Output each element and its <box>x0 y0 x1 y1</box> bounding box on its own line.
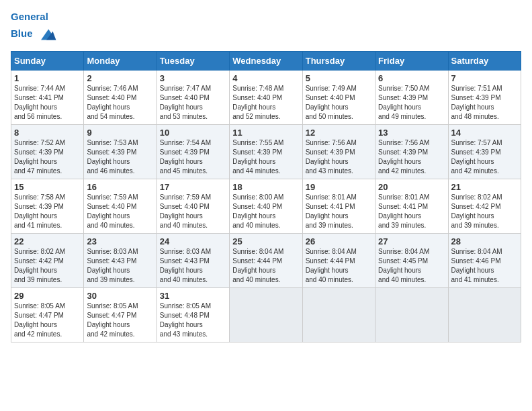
cell-info: Sunrise: 8:05 AM Sunset: 4:47 PM Dayligh… <box>87 302 153 339</box>
calendar-cell <box>302 288 375 342</box>
calendar-cell: 24 Sunrise: 8:03 AM Sunset: 4:43 PM Dayl… <box>157 234 229 288</box>
day-number: 17 <box>160 182 226 192</box>
day-number: 4 <box>232 73 299 83</box>
calendar-day-header: Friday <box>375 52 448 71</box>
calendar-cell: 23 Sunrise: 8:03 AM Sunset: 4:43 PM Dayl… <box>84 234 157 288</box>
calendar-cell: 2 Sunrise: 7:46 AM Sunset: 4:40 PM Dayli… <box>84 71 157 125</box>
day-number: 5 <box>306 73 372 83</box>
calendar-cell: 11 Sunrise: 7:55 AM Sunset: 4:39 PM Dayl… <box>230 125 302 179</box>
day-number: 29 <box>14 291 81 301</box>
calendar-day-header: Saturday <box>448 52 521 71</box>
cell-info: Sunrise: 7:59 AM Sunset: 4:40 PM Dayligh… <box>160 193 226 230</box>
calendar-cell: 6 Sunrise: 7:50 AM Sunset: 4:39 PM Dayli… <box>375 71 448 125</box>
cell-info: Sunrise: 8:01 AM Sunset: 4:41 PM Dayligh… <box>306 193 372 230</box>
calendar-day-header: Thursday <box>302 52 375 71</box>
calendar-cell: 31 Sunrise: 8:05 AM Sunset: 4:48 PM Dayl… <box>157 288 229 342</box>
calendar-week-row: 8 Sunrise: 7:52 AM Sunset: 4:39 PM Dayli… <box>11 125 521 179</box>
calendar-header-row: SundayMondayTuesdayWednesdayThursdayFrid… <box>11 52 521 71</box>
calendar-cell: 8 Sunrise: 7:52 AM Sunset: 4:39 PM Dayli… <box>11 125 84 179</box>
day-number: 8 <box>14 128 81 138</box>
day-number: 22 <box>14 236 81 246</box>
cell-info: Sunrise: 7:56 AM Sunset: 4:39 PM Dayligh… <box>306 138 372 176</box>
day-number: 9 <box>87 128 153 138</box>
calendar-week-row: 15 Sunrise: 7:58 AM Sunset: 4:39 PM Dayl… <box>11 179 521 234</box>
cell-info: Sunrise: 8:02 AM Sunset: 4:42 PM Dayligh… <box>14 247 81 285</box>
day-number: 15 <box>14 182 81 192</box>
cell-info: Sunrise: 7:56 AM Sunset: 4:39 PM Dayligh… <box>378 138 445 176</box>
day-number: 30 <box>87 291 153 301</box>
cell-info: Sunrise: 7:58 AM Sunset: 4:39 PM Dayligh… <box>14 193 81 230</box>
cell-info: Sunrise: 7:52 AM Sunset: 4:39 PM Dayligh… <box>14 138 81 176</box>
logo: General Blue <box>11 11 57 44</box>
day-number: 23 <box>87 236 153 246</box>
day-number: 2 <box>87 73 153 83</box>
day-number: 26 <box>306 236 372 246</box>
calendar-cell: 18 Sunrise: 8:00 AM Sunset: 4:40 PM Dayl… <box>230 179 302 234</box>
cell-info: Sunrise: 8:05 AM Sunset: 4:47 PM Dayligh… <box>14 302 81 339</box>
calendar-week-row: 29 Sunrise: 8:05 AM Sunset: 4:47 PM Dayl… <box>11 288 521 342</box>
logo-icon <box>36 23 57 44</box>
calendar-cell: 1 Sunrise: 7:44 AM Sunset: 4:41 PM Dayli… <box>11 71 84 125</box>
calendar-day-header: Tuesday <box>157 52 229 71</box>
day-number: 3 <box>160 73 226 83</box>
day-number: 6 <box>378 73 445 83</box>
cell-info: Sunrise: 8:04 AM Sunset: 4:44 PM Dayligh… <box>306 247 372 285</box>
cell-info: Sunrise: 7:54 AM Sunset: 4:39 PM Dayligh… <box>160 138 226 176</box>
calendar-cell: 28 Sunrise: 8:04 AM Sunset: 4:46 PM Dayl… <box>448 234 521 288</box>
cell-info: Sunrise: 8:04 AM Sunset: 4:46 PM Dayligh… <box>451 247 518 285</box>
cell-info: Sunrise: 7:55 AM Sunset: 4:39 PM Dayligh… <box>232 138 299 176</box>
cell-info: Sunrise: 7:50 AM Sunset: 4:39 PM Dayligh… <box>378 84 445 122</box>
cell-info: Sunrise: 8:05 AM Sunset: 4:48 PM Dayligh… <box>160 302 226 339</box>
calendar-cell: 29 Sunrise: 8:05 AM Sunset: 4:47 PM Dayl… <box>11 288 84 342</box>
cell-info: Sunrise: 7:48 AM Sunset: 4:40 PM Dayligh… <box>232 84 299 122</box>
calendar-week-row: 22 Sunrise: 8:02 AM Sunset: 4:42 PM Dayl… <box>11 234 521 288</box>
calendar-week-row: 1 Sunrise: 7:44 AM Sunset: 4:41 PM Dayli… <box>11 71 521 125</box>
calendar-cell: 19 Sunrise: 8:01 AM Sunset: 4:41 PM Dayl… <box>302 179 375 234</box>
logo-text-blue: Blue <box>11 28 33 40</box>
day-number: 16 <box>87 182 153 192</box>
cell-info: Sunrise: 7:53 AM Sunset: 4:39 PM Dayligh… <box>87 138 153 176</box>
calendar-cell: 25 Sunrise: 8:04 AM Sunset: 4:44 PM Dayl… <box>230 234 302 288</box>
cell-info: Sunrise: 8:04 AM Sunset: 4:44 PM Dayligh… <box>232 247 299 285</box>
day-number: 14 <box>451 128 518 138</box>
logo-text: General <box>11 11 57 23</box>
calendar-day-header: Wednesday <box>230 52 302 71</box>
calendar-cell: 15 Sunrise: 7:58 AM Sunset: 4:39 PM Dayl… <box>11 179 84 234</box>
cell-info: Sunrise: 8:00 AM Sunset: 4:40 PM Dayligh… <box>232 193 299 230</box>
calendar-cell <box>448 288 521 342</box>
day-number: 31 <box>160 291 226 301</box>
page-header: General Blue <box>11 11 521 44</box>
cell-info: Sunrise: 7:51 AM Sunset: 4:39 PM Dayligh… <box>451 84 518 122</box>
cell-info: Sunrise: 7:57 AM Sunset: 4:39 PM Dayligh… <box>451 138 518 176</box>
calendar-cell: 10 Sunrise: 7:54 AM Sunset: 4:39 PM Dayl… <box>157 125 229 179</box>
cell-info: Sunrise: 8:04 AM Sunset: 4:45 PM Dayligh… <box>378 247 445 285</box>
day-number: 10 <box>160 128 226 138</box>
calendar-cell: 4 Sunrise: 7:48 AM Sunset: 4:40 PM Dayli… <box>230 71 302 125</box>
calendar-day-header: Sunday <box>11 52 84 71</box>
cell-info: Sunrise: 8:01 AM Sunset: 4:41 PM Dayligh… <box>378 193 445 230</box>
day-number: 18 <box>232 182 299 192</box>
day-number: 13 <box>378 128 445 138</box>
calendar-day-header: Monday <box>84 52 157 71</box>
cell-info: Sunrise: 7:44 AM Sunset: 4:41 PM Dayligh… <box>14 84 81 122</box>
cell-info: Sunrise: 8:03 AM Sunset: 4:43 PM Dayligh… <box>87 247 153 285</box>
calendar-cell: 30 Sunrise: 8:05 AM Sunset: 4:47 PM Dayl… <box>84 288 157 342</box>
day-number: 19 <box>306 182 372 192</box>
day-number: 20 <box>378 182 445 192</box>
day-number: 12 <box>306 128 372 138</box>
cell-info: Sunrise: 8:02 AM Sunset: 4:42 PM Dayligh… <box>451 193 518 230</box>
calendar-cell: 9 Sunrise: 7:53 AM Sunset: 4:39 PM Dayli… <box>84 125 157 179</box>
calendar-cell: 27 Sunrise: 8:04 AM Sunset: 4:45 PM Dayl… <box>375 234 448 288</box>
calendar-cell: 12 Sunrise: 7:56 AM Sunset: 4:39 PM Dayl… <box>302 125 375 179</box>
calendar-cell <box>375 288 448 342</box>
calendar-cell: 20 Sunrise: 8:01 AM Sunset: 4:41 PM Dayl… <box>375 179 448 234</box>
day-number: 24 <box>160 236 226 246</box>
cell-info: Sunrise: 7:59 AM Sunset: 4:40 PM Dayligh… <box>87 193 153 230</box>
calendar-cell: 13 Sunrise: 7:56 AM Sunset: 4:39 PM Dayl… <box>375 125 448 179</box>
day-number: 7 <box>451 73 518 83</box>
day-number: 1 <box>14 73 81 83</box>
calendar-cell: 3 Sunrise: 7:47 AM Sunset: 4:40 PM Dayli… <box>157 71 229 125</box>
calendar-cell: 5 Sunrise: 7:49 AM Sunset: 4:40 PM Dayli… <box>302 71 375 125</box>
cell-info: Sunrise: 7:47 AM Sunset: 4:40 PM Dayligh… <box>160 84 226 122</box>
calendar-cell: 17 Sunrise: 7:59 AM Sunset: 4:40 PM Dayl… <box>157 179 229 234</box>
